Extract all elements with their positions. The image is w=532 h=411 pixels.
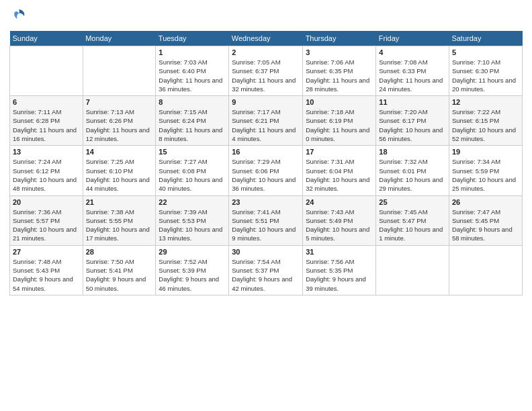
day-number: 19 xyxy=(452,148,519,156)
day-info: Sunrise: 7:45 AMSunset: 5:47 PMDaylight:… xyxy=(379,208,446,243)
calendar-cell: 14Sunrise: 7:25 AMSunset: 6:10 PMDayligh… xyxy=(83,146,156,195)
day-info: Sunrise: 7:15 AMSunset: 6:24 PMDaylight:… xyxy=(159,107,226,143)
day-number: 12 xyxy=(452,98,519,106)
day-header-wednesday: Wednesday xyxy=(229,31,303,46)
calendar-cell: 24Sunrise: 7:43 AMSunset: 5:49 PMDayligh… xyxy=(303,195,376,245)
day-number: 11 xyxy=(379,98,446,106)
day-info: Sunrise: 7:39 AMSunset: 5:53 PMDaylight:… xyxy=(159,208,226,243)
week-row-1: 1Sunrise: 7:03 AMSunset: 6:40 PMDaylight… xyxy=(10,46,523,96)
day-number: 29 xyxy=(159,248,226,256)
day-number: 24 xyxy=(306,198,373,206)
calendar-cell xyxy=(10,46,83,96)
day-number: 22 xyxy=(159,198,226,206)
calendar-cell: 10Sunrise: 7:18 AMSunset: 6:19 PMDayligh… xyxy=(303,96,376,146)
calendar-cell: 16Sunrise: 7:29 AMSunset: 6:06 PMDayligh… xyxy=(229,146,303,195)
day-info: Sunrise: 7:25 AMSunset: 6:10 PMDaylight:… xyxy=(86,157,153,193)
calendar-cell: 20Sunrise: 7:36 AMSunset: 5:57 PMDayligh… xyxy=(10,195,83,245)
day-info: Sunrise: 7:38 AMSunset: 5:55 PMDaylight:… xyxy=(86,208,153,243)
day-number: 3 xyxy=(306,48,373,56)
day-number: 15 xyxy=(159,148,226,156)
day-number: 13 xyxy=(13,148,80,156)
day-number: 20 xyxy=(13,198,80,206)
calendar-cell: 5Sunrise: 7:10 AMSunset: 6:30 PMDaylight… xyxy=(449,46,522,96)
day-info: Sunrise: 7:54 AMSunset: 5:37 PMDaylight:… xyxy=(232,257,300,293)
calendar-cell: 4Sunrise: 7:08 AMSunset: 6:33 PMDaylight… xyxy=(376,46,449,96)
calendar-cell: 6Sunrise: 7:11 AMSunset: 6:28 PMDaylight… xyxy=(10,96,83,146)
calendar-cell: 30Sunrise: 7:54 AMSunset: 5:37 PMDayligh… xyxy=(229,245,303,295)
calendar-cell: 18Sunrise: 7:32 AMSunset: 6:01 PMDayligh… xyxy=(376,146,449,195)
day-info: Sunrise: 7:24 AMSunset: 6:12 PMDaylight:… xyxy=(13,157,80,193)
day-number: 30 xyxy=(232,248,300,256)
calendar-cell: 21Sunrise: 7:38 AMSunset: 5:55 PMDayligh… xyxy=(83,195,156,245)
page: SundayMondayTuesdayWednesdayThursdayFrid… xyxy=(0,0,532,411)
day-number: 7 xyxy=(86,98,153,106)
day-number: 21 xyxy=(86,198,153,206)
calendar-cell: 2Sunrise: 7:05 AMSunset: 6:37 PMDaylight… xyxy=(229,46,303,96)
day-info: Sunrise: 7:29 AMSunset: 6:06 PMDaylight:… xyxy=(232,157,300,193)
day-header-saturday: Saturday xyxy=(449,31,522,46)
calendar-cell: 13Sunrise: 7:24 AMSunset: 6:12 PMDayligh… xyxy=(10,146,83,195)
calendar-cell: 1Sunrise: 7:03 AMSunset: 6:40 PMDaylight… xyxy=(156,46,229,96)
calendar-cell: 9Sunrise: 7:17 AMSunset: 6:21 PMDaylight… xyxy=(229,96,303,146)
day-number: 4 xyxy=(379,48,446,56)
day-number: 14 xyxy=(86,148,153,156)
day-number: 10 xyxy=(306,98,373,106)
day-number: 17 xyxy=(306,148,373,156)
header xyxy=(9,7,523,26)
calendar-cell xyxy=(449,245,522,295)
week-row-2: 6Sunrise: 7:11 AMSunset: 6:28 PMDaylight… xyxy=(10,96,523,146)
calendar-cell: 31Sunrise: 7:56 AMSunset: 5:35 PMDayligh… xyxy=(303,245,376,295)
calendar-cell xyxy=(376,245,449,295)
day-number: 2 xyxy=(232,48,300,56)
week-row-5: 27Sunrise: 7:48 AMSunset: 5:43 PMDayligh… xyxy=(10,245,523,295)
calendar-cell: 3Sunrise: 7:06 AMSunset: 6:35 PMDaylight… xyxy=(303,46,376,96)
day-info: Sunrise: 7:52 AMSunset: 5:39 PMDaylight:… xyxy=(159,257,226,293)
calendar: SundayMondayTuesdayWednesdayThursdayFrid… xyxy=(9,31,523,295)
day-info: Sunrise: 7:27 AMSunset: 6:08 PMDaylight:… xyxy=(159,157,226,193)
calendar-cell: 27Sunrise: 7:48 AMSunset: 5:43 PMDayligh… xyxy=(10,245,83,295)
day-number: 28 xyxy=(86,248,153,256)
calendar-cell xyxy=(83,46,156,96)
day-number: 23 xyxy=(232,198,300,206)
day-number: 6 xyxy=(13,98,80,106)
calendar-cell: 7Sunrise: 7:13 AMSunset: 6:26 PMDaylight… xyxy=(83,96,156,146)
day-number: 8 xyxy=(159,98,226,106)
day-info: Sunrise: 7:13 AMSunset: 6:26 PMDaylight:… xyxy=(86,107,153,143)
day-info: Sunrise: 7:18 AMSunset: 6:19 PMDaylight:… xyxy=(306,107,373,143)
day-info: Sunrise: 7:50 AMSunset: 5:41 PMDaylight:… xyxy=(86,257,153,293)
calendar-cell: 29Sunrise: 7:52 AMSunset: 5:39 PMDayligh… xyxy=(156,245,229,295)
calendar-cell: 25Sunrise: 7:45 AMSunset: 5:47 PMDayligh… xyxy=(376,195,449,245)
day-info: Sunrise: 7:41 AMSunset: 5:51 PMDaylight:… xyxy=(232,208,300,243)
logo-icon xyxy=(9,7,28,26)
calendar-cell: 19Sunrise: 7:34 AMSunset: 5:59 PMDayligh… xyxy=(449,146,522,195)
calendar-cell: 28Sunrise: 7:50 AMSunset: 5:41 PMDayligh… xyxy=(83,245,156,295)
day-info: Sunrise: 7:22 AMSunset: 6:15 PMDaylight:… xyxy=(452,107,519,143)
day-info: Sunrise: 7:34 AMSunset: 5:59 PMDaylight:… xyxy=(452,157,519,193)
calendar-cell: 8Sunrise: 7:15 AMSunset: 6:24 PMDaylight… xyxy=(156,96,229,146)
day-info: Sunrise: 7:05 AMSunset: 6:37 PMDaylight:… xyxy=(232,58,300,93)
calendar-cell: 11Sunrise: 7:20 AMSunset: 6:17 PMDayligh… xyxy=(376,96,449,146)
day-info: Sunrise: 7:32 AMSunset: 6:01 PMDaylight:… xyxy=(379,157,446,193)
calendar-cell: 22Sunrise: 7:39 AMSunset: 5:53 PMDayligh… xyxy=(156,195,229,245)
day-info: Sunrise: 7:17 AMSunset: 6:21 PMDaylight:… xyxy=(232,107,300,143)
day-number: 16 xyxy=(232,148,300,156)
day-number: 27 xyxy=(13,248,80,256)
day-info: Sunrise: 7:06 AMSunset: 6:35 PMDaylight:… xyxy=(306,58,373,93)
calendar-cell: 17Sunrise: 7:31 AMSunset: 6:04 PMDayligh… xyxy=(303,146,376,195)
day-header-thursday: Thursday xyxy=(303,31,376,46)
day-info: Sunrise: 7:10 AMSunset: 6:30 PMDaylight:… xyxy=(452,58,519,93)
calendar-cell: 15Sunrise: 7:27 AMSunset: 6:08 PMDayligh… xyxy=(156,146,229,195)
day-info: Sunrise: 7:47 AMSunset: 5:45 PMDaylight:… xyxy=(452,208,519,243)
day-info: Sunrise: 7:43 AMSunset: 5:49 PMDaylight:… xyxy=(306,208,373,243)
day-number: 31 xyxy=(306,248,373,256)
logo xyxy=(9,7,31,26)
day-info: Sunrise: 7:56 AMSunset: 5:35 PMDaylight:… xyxy=(306,257,373,293)
day-number: 18 xyxy=(379,148,446,156)
week-row-3: 13Sunrise: 7:24 AMSunset: 6:12 PMDayligh… xyxy=(10,146,523,195)
day-info: Sunrise: 7:03 AMSunset: 6:40 PMDaylight:… xyxy=(159,58,226,93)
day-number: 9 xyxy=(232,98,300,106)
day-number: 5 xyxy=(452,48,519,56)
week-row-4: 20Sunrise: 7:36 AMSunset: 5:57 PMDayligh… xyxy=(10,195,523,245)
day-number: 26 xyxy=(452,198,519,206)
day-info: Sunrise: 7:31 AMSunset: 6:04 PMDaylight:… xyxy=(306,157,373,193)
